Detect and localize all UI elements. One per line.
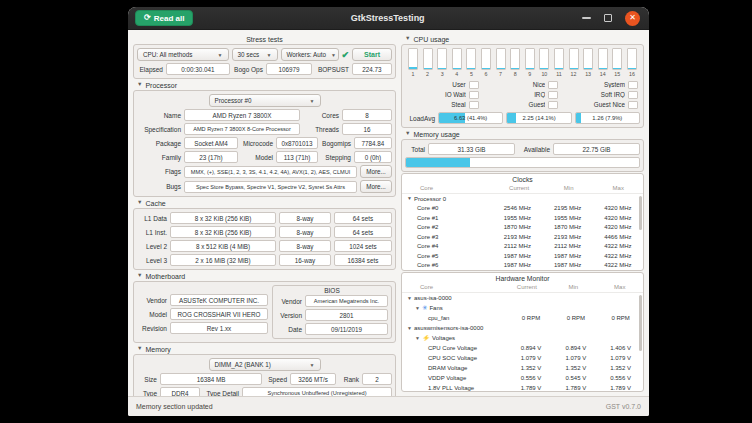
motherboard-info: Vendor ASUSTeK COMPUTER INC. Model ROG C… (137, 285, 268, 339)
clock-row-core0[interactable]: Core #0 2546 MHz 2195 MHz 4320 MHz (402, 204, 643, 214)
bogo-ops-label: Bogo Ops (233, 66, 263, 73)
cache-ways-value: 8-way (279, 240, 331, 252)
memory-usage-header[interactable]: ▼ Memory usage (401, 129, 644, 139)
expander-icon[interactable]: ▼ (407, 196, 412, 201)
column-max[interactable]: Max (597, 284, 643, 290)
cpu-name-label: Name (137, 112, 181, 119)
stress-duration-value: 30 secs (238, 51, 260, 58)
column-current[interactable]: Current (504, 284, 550, 290)
clock-row-core4[interactable]: Core #4 2112 MHz 2112 MHz 4322 MHz (402, 242, 643, 252)
core-name: Core #6 (402, 262, 492, 268)
start-button[interactable]: Start (352, 48, 392, 61)
sensor-min: 1.789 V (553, 385, 598, 391)
sensor-name: CPU SOC Voltage (402, 355, 509, 361)
hardware-monitor-panel: Hardware Monitor Core Current Min Max ▼a… (401, 272, 644, 392)
flags-more-button[interactable]: More... (360, 165, 392, 178)
bugs-value: Spec Store Bypass, Spectre V1, Spectre V… (184, 181, 357, 193)
clock-max: 4322 MHz (593, 253, 643, 259)
close-button[interactable]: ✕ (625, 11, 640, 26)
cache-sets-value: 16384 sets (334, 254, 392, 266)
minimize-button[interactable] (582, 17, 591, 19)
column-current[interactable]: Current (494, 185, 544, 191)
clock-row-core1[interactable]: Core #1 1955 MHz 1955 MHz 4320 MHz (402, 213, 643, 223)
cache-size-value: 8 x 512 KiB (4 MiB) (170, 240, 276, 252)
cache-header[interactable]: ▼ Cache (133, 198, 396, 208)
legend-label: Guest (487, 101, 546, 108)
column-max[interactable]: Max (593, 185, 643, 191)
legend-system: System (566, 80, 638, 89)
cpu-core-number: 1 (412, 71, 415, 77)
column-min[interactable]: Min (550, 284, 596, 290)
motherboard-header[interactable]: ▼ Motherboard (133, 271, 396, 281)
legend-value-box (469, 101, 479, 109)
memory-usage-title: Memory usage (413, 131, 459, 138)
expander-icon[interactable]: ▼ (407, 296, 412, 301)
dimm-rank-value: 2 (362, 373, 392, 385)
cores-value: 8 (342, 109, 392, 121)
sensor-max: 1.406 V (598, 345, 643, 351)
hwmon-row-18v-pll-voltage[interactable]: 1.8V PLL Voltage 1.789 V 1.789 V 1.789 V (402, 383, 643, 392)
hwmon-row-dram-voltage[interactable]: DRAM Voltage 1.352 V 1.352 V 1.352 V (402, 363, 643, 373)
hwmon-row-cpu-core-voltage[interactable]: CPU Core Voltage 0.894 V 0.894 V 1.406 V (402, 343, 643, 353)
main-content: Stress tests CPU: All methods ▼ 30 secs … (128, 30, 649, 396)
hwmon-group-asus-isa[interactable]: ▼asus-isa-0000 (402, 293, 643, 303)
hwmon-subgroup-fans[interactable]: ▼✳Fans (402, 303, 643, 313)
processor-selector[interactable]: Processor #0 ▼ (209, 94, 321, 107)
clock-row-core6[interactable]: Core #6 1987 MHz 1987 MHz 4322 MHz (402, 261, 643, 271)
app-version: GST v0.7.0 (606, 403, 641, 410)
mb-model-value: ROG CROSSHAIR VII HERO (170, 308, 268, 320)
clock-current: 1987 MHz (492, 262, 542, 268)
expander-icon[interactable]: ▼ (407, 326, 412, 331)
memory-section: ▼ Memory DIMM_A2 (BANK 1) ▼ Size 16384 M… (133, 344, 396, 396)
processor-header[interactable]: ▼ Processor (133, 80, 396, 90)
cache-sets-value: 1024 sets (334, 240, 392, 252)
legend-user: User (407, 80, 479, 89)
stress-workers-value: Workers: Auto (287, 51, 326, 58)
mb-revision-label: Revision (137, 325, 167, 332)
cache-ways-value: 8-way (279, 212, 331, 224)
expander-icon[interactable]: ▼ (415, 306, 420, 311)
hwmon-subgroup-voltages[interactable]: ▼⚡Voltages (402, 333, 643, 343)
dimm-selector[interactable]: DIMM_A2 (BANK 1) ▼ (209, 358, 321, 371)
column-core[interactable]: Core (402, 185, 494, 191)
hwmon-row-vddp-voltage[interactable]: VDDP Voltage 0.556 V 0.545 V 0.556 V (402, 373, 643, 383)
elapsed-value: 0:00:30.041 (166, 63, 230, 75)
titlebar[interactable]: ⟳ Read all GtkStressTesting ✕ (128, 7, 649, 30)
hwmon-column-headers[interactable]: Core Current Min Max (402, 283, 643, 293)
cache-size-value: 2 x 16 MiB (32 MiB) (170, 254, 276, 266)
clock-min: 1987 MHz (543, 262, 593, 268)
legend-value-box (628, 91, 638, 99)
stress-method-select[interactable]: CPU: All methods ▼ (137, 48, 229, 61)
cpu-core-number: 12 (571, 71, 577, 77)
bugs-more-button[interactable]: More... (360, 180, 392, 193)
legend-soft-irq: Soft IRQ (566, 90, 638, 99)
hwmon-row-cpu-fan[interactable]: cpu_fan 0 RPM 0 RPM 0 RPM (402, 313, 643, 323)
clocks-column-headers[interactable]: Core Current Min Max (402, 184, 643, 194)
memory-header[interactable]: ▼ Memory (133, 344, 396, 354)
clocks-group-row[interactable]: ▼Processor 0 (402, 194, 643, 204)
cpu-core-meter: 3 (436, 48, 448, 77)
column-core[interactable]: Core (402, 284, 504, 290)
family-label: Family (137, 154, 181, 161)
legend-label: Guest Nice (566, 101, 625, 108)
maximize-button[interactable] (604, 14, 612, 22)
hwmon-group-asuswmisensors[interactable]: ▼asuswmisensors-isa-0000 (402, 323, 643, 333)
stress-workers-select[interactable]: Workers: Auto ▼ (281, 48, 339, 61)
clock-row-core5[interactable]: Core #5 1987 MHz 1987 MHz 4322 MHz (402, 251, 643, 261)
sensor-max: 1.079 V (598, 355, 643, 361)
bogo-ops-value: 106979 (266, 63, 312, 75)
scrollbar[interactable] (639, 196, 642, 230)
stress-duration-select[interactable]: 30 secs ▼ (232, 48, 278, 61)
dimm-type-detail-value: Synchronous Unbuffered (Unregistered) (242, 387, 392, 396)
hwmon-row-cpu-soc-voltage[interactable]: CPU SOC Voltage 1.079 V 1.079 V 1.079 V (402, 353, 643, 363)
cache-row-label: Level 3 (137, 257, 167, 264)
scrollbar[interactable] (639, 295, 642, 351)
clock-row-core3[interactable]: Core #3 2193 MHz 2193 MHz 4466 MHz (402, 232, 643, 242)
elapsed-label: Elapsed (137, 66, 163, 73)
expander-icon[interactable]: ▼ (415, 336, 420, 341)
column-min[interactable]: Min (544, 185, 594, 191)
read-all-button[interactable]: ⟳ Read all (135, 10, 193, 26)
clock-row-core2[interactable]: Core #2 1870 MHz 1870 MHz 4320 MHz (402, 223, 643, 233)
cpu-usage-title: CPU usage (413, 36, 449, 43)
cpu-usage-header[interactable]: ▼ CPU usage (401, 34, 644, 44)
